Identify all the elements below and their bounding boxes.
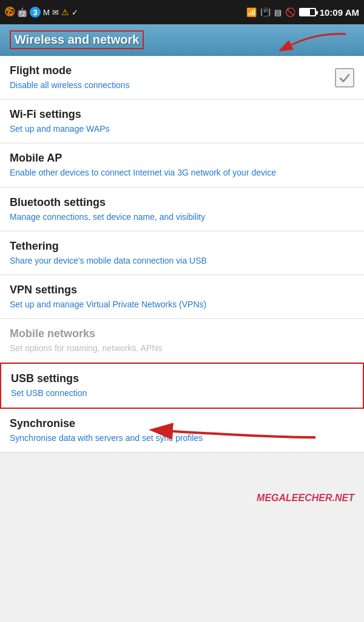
mobile-networks-title: Mobile networks (10, 327, 354, 340)
settings-item-synchronise[interactable]: Synchronise Synchronise data with server… (0, 409, 364, 453)
icon-email: ✉ (52, 8, 59, 17)
signal-icon: 📳 (260, 7, 271, 17)
settings-item-mobile-networks: Mobile networks Set options for roaming,… (0, 319, 364, 363)
page-header: Wireless and network (0, 24, 364, 56)
synchronise-subtitle: Synchronise data with servers and set sy… (10, 432, 354, 443)
tethering-title: Tethering (10, 240, 354, 253)
settings-item-tethering[interactable]: Tethering Share your device's mobile dat… (0, 231, 364, 275)
watermark: MEGALEECHER.NET (257, 493, 354, 504)
icon-xda: ⑮ (5, 6, 15, 19)
usb-title: USB settings (11, 372, 353, 385)
wifi-title: Wi-Fi settings (10, 108, 354, 121)
settings-item-vpn[interactable]: VPN settings Set up and manage Virtual P… (0, 275, 364, 319)
wifi-icon: 📶 (246, 7, 257, 17)
mobile-ap-subtitle: Enable other devices to connect Internet… (10, 167, 354, 178)
header-arrow (279, 28, 352, 55)
settings-item-wifi[interactable]: Wi-Fi settings Set up and manage WAPs (0, 100, 364, 143)
icon-chrome: 3 (30, 7, 41, 18)
flight-mode-title: Flight mode (10, 64, 354, 77)
time-display: 10:09 AM (320, 7, 359, 18)
settings-item-mobile-ap[interactable]: Mobile AP Enable other devices to connec… (0, 143, 364, 187)
battery-icon (299, 8, 316, 16)
settings-item-bluetooth[interactable]: Bluetooth settings Manage connections, s… (0, 188, 364, 231)
status-icons-right: 📶 📳 ▤ 🚫 10:09 AM (246, 7, 359, 18)
usb-subtitle: Set USB connection (11, 388, 353, 398)
vpn-subtitle: Set up and manage Virtual Private Networ… (10, 299, 354, 310)
network-icon: ▤ (274, 8, 281, 17)
no-sim-icon: 🚫 (285, 7, 295, 17)
page-title: Wireless and network (10, 30, 144, 49)
settings-item-flight-mode[interactable]: Flight mode Disable all wireless connect… (0, 56, 364, 100)
bluetooth-subtitle: Manage connections, set device name, and… (10, 211, 354, 222)
mobile-ap-title: Mobile AP (10, 152, 354, 165)
status-bar: ⑮ 🤖 3 M ✉ ⚠ ✓ 📶 📳 ▤ 🚫 10:09 AM (0, 0, 364, 24)
status-icons-left: ⑮ 🤖 3 M ✉ ⚠ ✓ (5, 6, 78, 19)
wifi-subtitle: Set up and manage WAPs (10, 123, 354, 134)
icon-android: 🤖 (17, 7, 27, 17)
flight-mode-checkbox[interactable] (335, 68, 354, 87)
mobile-networks-subtitle: Set options for roaming, networks, APNs (10, 343, 354, 354)
icon-gmail: M (43, 8, 50, 17)
tethering-subtitle: Share your device's mobile data connecti… (10, 255, 354, 266)
settings-item-usb[interactable]: USB settings Set USB connection (0, 363, 364, 408)
synchronise-title: Synchronise (10, 417, 354, 430)
flight-mode-subtitle: Disable all wireless connections (10, 80, 354, 91)
settings-list: Flight mode Disable all wireless connect… (0, 56, 364, 453)
icon-warning: ⚠ (61, 7, 69, 17)
vpn-title: VPN settings (10, 284, 354, 296)
icon-check: ✓ (72, 8, 78, 17)
bluetooth-title: Bluetooth settings (10, 196, 354, 209)
